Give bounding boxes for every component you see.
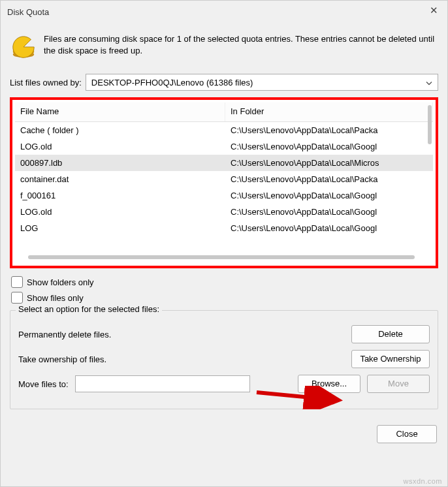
perm-delete-label: Permanently delete files. — [18, 330, 111, 339]
cell-file-name: 000897.ldb — [15, 155, 225, 171]
show-folders-only-checkbox[interactable] — [11, 276, 23, 288]
file-listview[interactable]: File Name In Folder Cache ( folder )C:\U… — [15, 102, 433, 263]
show-files-only-label: Show files only — [27, 293, 84, 303]
delete-button[interactable]: Delete — [351, 325, 430, 343]
cell-file-name: LOG.old — [15, 138, 225, 155]
table-row[interactable]: LOGC:\Users\Lenovo\AppData\Local\Googl — [15, 220, 433, 236]
owned-by-value: DESKTOP-PFHO0QJ\Lenovo (61386 files) — [91, 78, 253, 87]
cell-in-folder: C:\Users\Lenovo\AppData\Local\Micros — [225, 155, 433, 171]
cell-file-name: LOG — [15, 220, 225, 236]
cell-file-name: container.dat — [15, 171, 225, 187]
cell-file-name: f_000161 — [15, 187, 225, 204]
show-folders-only-label: Show folders only — [27, 277, 94, 287]
cell-in-folder: C:\Users\Lenovo\AppData\Local\Packa — [225, 122, 433, 138]
file-list-highlight: File Name In Folder Cache ( folder )C:\U… — [10, 97, 438, 268]
move-to-label: Move files to: — [18, 379, 69, 389]
cell-in-folder: C:\Users\Lenovo\AppData\Local\Googl — [225, 138, 433, 155]
col-in-folder[interactable]: In Folder — [225, 102, 433, 121]
show-files-only-checkbox[interactable] — [11, 292, 23, 304]
listview-header[interactable]: File Name In Folder — [15, 102, 433, 122]
table-row[interactable]: LOG.oldC:\Users\Lenovo\AppData\Local\Goo… — [15, 204, 433, 220]
browse-button[interactable]: Browse... — [298, 375, 360, 393]
cell-in-folder: C:\Users\Lenovo\AppData\Local\Packa — [225, 171, 433, 187]
cell-in-folder: C:\Users\Lenovo\AppData\Local\Googl — [225, 187, 433, 204]
table-row[interactable]: f_000161C:\Users\Lenovo\AppData\Local\Go… — [15, 187, 433, 204]
options-group-title: Select an option for the selected files: — [16, 304, 162, 314]
titlebar: Disk Quota ✕ — [1, 1, 447, 23]
take-ownership-label: Take ownership of files. — [18, 354, 106, 364]
col-file-name[interactable]: File Name — [15, 102, 225, 121]
info-text: Files are consuming disk space for 1 of … — [44, 33, 437, 56]
take-ownership-button[interactable]: Take Ownership — [351, 350, 430, 368]
vertical-scrollbar[interactable] — [428, 105, 432, 144]
cell-in-folder: C:\Users\Lenovo\AppData\Local\Googl — [225, 220, 433, 236]
table-row[interactable]: Cache ( folder )C:\Users\Lenovo\AppData\… — [15, 122, 433, 138]
owned-by-combo[interactable]: DESKTOP-PFHO0QJ\Lenovo (61386 files) — [86, 74, 438, 91]
table-row[interactable]: 000897.ldbC:\Users\Lenovo\AppData\Local\… — [15, 155, 433, 171]
disk-quota-dialog: Disk Quota ✕ Files are consuming disk sp… — [0, 0, 448, 487]
table-row[interactable]: LOG.oldC:\Users\Lenovo\AppData\Local\Goo… — [15, 138, 433, 155]
close-button[interactable]: Close — [377, 425, 437, 443]
cell-file-name: LOG.old — [15, 204, 225, 220]
chevron-down-icon — [426, 78, 432, 87]
cell-in-folder: C:\Users\Lenovo\AppData\Local\Googl — [225, 204, 433, 220]
move-button: Move — [367, 375, 430, 393]
cell-file-name: Cache ( folder ) — [15, 122, 225, 138]
horizontal-scrollbar[interactable] — [28, 255, 415, 259]
move-to-input[interactable] — [75, 375, 250, 392]
table-row[interactable]: container.datC:\Users\Lenovo\AppData\Loc… — [15, 171, 433, 187]
watermark: wsxdn.com — [403, 477, 442, 485]
disk-pie-icon — [11, 35, 36, 59]
options-group: Select an option for the selected files:… — [10, 310, 438, 409]
info-panel: Files are consuming disk space for 1 of … — [10, 31, 438, 62]
window-title: Disk Quota — [7, 7, 49, 17]
close-icon[interactable]: ✕ — [430, 5, 438, 16]
owned-by-label: List files owned by: — [10, 78, 82, 87]
